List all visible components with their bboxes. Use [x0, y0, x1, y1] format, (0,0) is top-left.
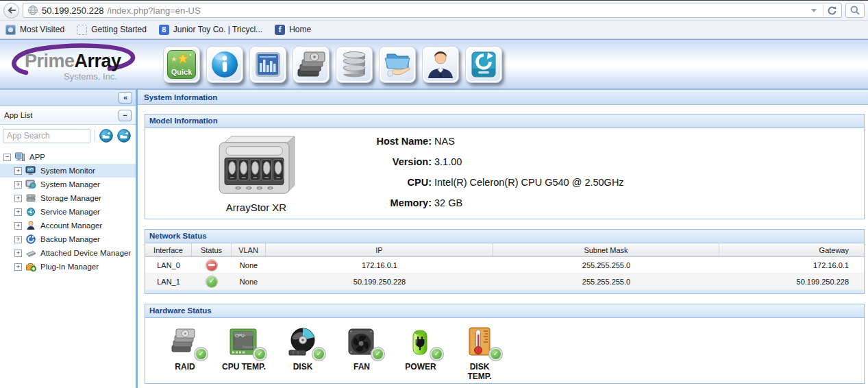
expand-expander-icon[interactable] — [14, 208, 22, 216]
expand-expander-icon[interactable] — [14, 250, 22, 257]
tree-node-label: System Manager — [40, 180, 100, 189]
expand-expander-icon[interactable] — [14, 167, 22, 175]
plugin-icon — [25, 261, 37, 272]
device-model-name: ArrayStor XR — [204, 202, 308, 213]
main-content: System Information Model Information — [138, 90, 868, 388]
cell-ip: 50.199.250.228 — [266, 274, 493, 290]
app-search-row — [0, 125, 136, 147]
site-favicon-icon — [159, 25, 169, 35]
toolbar-file-sharing-button[interactable] — [379, 46, 416, 83]
reload-icon[interactable] — [827, 5, 837, 16]
toolbar-info-button[interactable] — [206, 46, 243, 83]
page-titlebar: System Information — [138, 90, 868, 105]
tree-node-label: Service Manager — [40, 208, 100, 216]
hardware-label: RAID — [162, 362, 208, 372]
browser-search-button[interactable] — [845, 3, 865, 18]
monitor-icon — [25, 165, 37, 176]
bookmarks-bar: Most Visited Getting Started Junior Toy … — [0, 21, 868, 39]
field-value: Intel(R) Celeron(R) CPU G540 @ 2.50GHz — [434, 177, 624, 188]
field-value: 3.1.00 — [434, 156, 462, 167]
network-status-title: Network Status — [145, 230, 864, 243]
hardware-label: POWER — [398, 362, 443, 372]
field-label: Version: — [348, 156, 432, 167]
sidebar-collapse-button[interactable] — [119, 92, 132, 104]
hardware-status-title: Hardware Status — [145, 304, 864, 318]
hardware-item-disk: DISK — [273, 326, 332, 383]
back-button[interactable] — [3, 3, 19, 19]
expand-expander-icon[interactable] — [14, 195, 22, 202]
thermometer-icon — [463, 326, 495, 357]
expand-expander-icon[interactable] — [14, 222, 22, 230]
power-icon — [404, 326, 436, 357]
status-ok-icon — [314, 349, 324, 359]
quick-button-label: Quick — [171, 68, 193, 76]
tree-node-plug-in-manager[interactable]: Plug-In Manager — [0, 260, 136, 274]
file-sharing-icon — [382, 49, 412, 80]
status-ok-icon — [255, 349, 265, 359]
hardware-label: CPU TEMP. — [221, 362, 266, 372]
storage-disks-icon — [296, 49, 326, 80]
column-header-interface: Interface — [145, 243, 192, 256]
status-up-icon — [206, 276, 217, 287]
expand-all-button[interactable] — [99, 129, 113, 143]
app-search-input[interactable] — [3, 129, 90, 143]
bookmark-label: Junior Toy Co. | Tricycl... — [173, 25, 262, 34]
bookmark-junior-toy[interactable]: Junior Toy Co. | Tricycl... — [159, 25, 262, 35]
toolbar-quick-button[interactable]: Quick — [163, 46, 200, 83]
fan-icon — [345, 326, 377, 357]
tree-node-attached-device-manager[interactable]: Attached Device Manager — [0, 246, 136, 260]
divider — [823, 5, 823, 16]
url-bar[interactable]: 50.199.250.228/index.php?lang=en-US — [23, 3, 842, 18]
expand-expander-icon[interactable] — [14, 263, 22, 271]
toolbar-system-monitor-button[interactable] — [249, 46, 286, 83]
cell-subnet-mask: 255.255.255.0 — [493, 274, 719, 290]
status-down-icon — [206, 260, 217, 271]
bookmark-getting-started[interactable]: Getting Started — [77, 25, 147, 35]
tree-node-label: Storage Manager — [40, 194, 101, 202]
tree-node-label: Plug-In Manager — [40, 263, 99, 271]
toolbar-storage-button[interactable] — [293, 46, 330, 83]
primearray-logo: PrimeArray Systems, Inc. — [0, 40, 163, 88]
app-toolbar: Quick — [163, 45, 502, 83]
device-icon — [25, 247, 37, 258]
tree-node-service-manager[interactable]: Service Manager — [0, 205, 136, 219]
cell-status — [192, 257, 232, 274]
cell-interface: LAN_1 — [145, 274, 192, 290]
model-information-title: Model Information — [145, 114, 864, 128]
table-footer-strip — [145, 290, 864, 293]
collapse-all-button[interactable] — [117, 129, 131, 143]
backup-circle-icon — [25, 234, 37, 245]
sidebar-topbar — [0, 90, 136, 106]
services-gear-icon — [25, 206, 37, 217]
bookmark-most-visited[interactable]: Most Visited — [5, 25, 64, 35]
url-dropdown-icon[interactable] — [811, 9, 817, 12]
collapse-expander-icon[interactable] — [3, 154, 11, 161]
bookmark-home[interactable]: Home — [275, 25, 311, 35]
expand-expander-icon[interactable] — [14, 236, 22, 243]
tree-node-label: System Monitor — [40, 167, 95, 175]
brand-name: PrimeArray — [25, 51, 121, 72]
tree-node-account-manager[interactable]: Account Manager — [0, 219, 136, 232]
tree-node-app[interactable]: APP — [0, 150, 136, 164]
tree-node-system-manager[interactable]: System Manager — [0, 178, 136, 191]
tree-node-backup-manager[interactable]: Backup Manager — [0, 232, 136, 246]
disk-icon — [286, 326, 318, 357]
tree-node-storage-manager[interactable]: Storage Manager — [0, 191, 136, 205]
toolbar-account-button[interactable] — [422, 46, 459, 83]
toolbar-backup-button[interactable] — [465, 46, 502, 83]
toolbar-database-button[interactable] — [336, 46, 373, 83]
network-table-header: Interface Status VLAN IP Subnet Mask Gat… — [145, 243, 864, 257]
app-list-minimize-button[interactable] — [119, 110, 132, 121]
system-monitor-icon — [253, 49, 283, 80]
search-icon — [850, 5, 860, 16]
tree-node-system-monitor[interactable]: System Monitor — [0, 164, 136, 178]
back-arrow-icon — [6, 5, 17, 16]
raid-icon — [169, 326, 200, 357]
hardware-item-power: POWER — [391, 326, 450, 383]
status-ok-icon — [491, 349, 501, 359]
bookmark-label: Home — [289, 25, 311, 34]
expand-expander-icon[interactable] — [14, 181, 22, 189]
site-globe-icon — [27, 5, 38, 16]
user-icon — [25, 220, 37, 231]
globe-monitor-icon — [25, 179, 37, 190]
